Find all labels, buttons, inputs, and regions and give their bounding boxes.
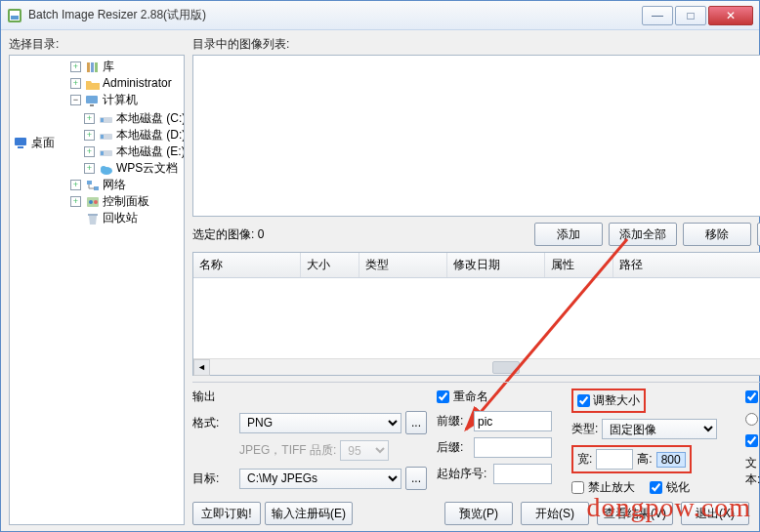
tree-drive-d[interactable]: +本地磁盘 (D:) [84,127,185,143]
svg-point-21 [89,200,93,204]
tree-recycle[interactable]: 回收站 [70,210,185,226]
scroll-thumb[interactable] [492,361,520,374]
target-label: 目标: [192,471,235,487]
col-size[interactable]: 大小 [301,253,359,277]
remove-button[interactable]: 移除 [683,223,751,246]
tree-computer[interactable]: −计算机 +本地磁盘 (C:) +本地磁盘 (D:) +本地磁盘 (E:) +W… [70,92,185,177]
width-label: 宽: [577,451,592,468]
target-select[interactable]: C:\My JPEGs [239,469,401,489]
add-button[interactable]: 添加 [534,223,603,246]
controlpanel-icon [85,195,101,209]
library-icon [85,61,101,74]
expand-icon[interactable]: + [84,146,95,157]
expand-icon[interactable]: + [70,78,81,89]
start-input[interactable] [493,464,552,484]
output-title: 输出 [192,389,427,405]
format-select[interactable]: PNG [239,413,401,433]
col-type[interactable]: 类型 [359,253,447,277]
height-label: 高: [637,451,652,468]
tree-desktop[interactable]: 桌面 +库 +Administrator −计算机 +本地磁盘 (C:) +本地… [14,59,182,226]
svg-rect-9 [90,104,94,106]
format-label: 格式: [192,415,235,431]
sharpen-label: 锐化 [666,479,690,496]
rename-label: 重命名 [453,389,488,405]
svg-point-22 [94,200,98,204]
selected-table[interactable]: 名称 大小 类型 修改日期 属性 路径 ◄ ► [192,252,760,376]
close-button[interactable]: ✕ [708,6,753,25]
target-browse-button[interactable]: ... [405,467,427,490]
expand-icon[interactable]: + [84,130,95,141]
prefix-label: 前缀: [437,413,470,430]
watermark-checkbox[interactable] [745,434,758,447]
svg-rect-8 [86,96,98,103]
add-all-button[interactable]: 添加全部 [609,223,677,246]
suffix-label: 后缀: [437,439,470,456]
expand-icon[interactable]: + [84,113,95,124]
tree-controlpanel[interactable]: +控制面板 [70,193,185,210]
titlebar: Batch Image Resizer 2.88(试用版) — □ ✕ [1,1,759,30]
size-highlight: 宽: 高: 800 [571,445,692,473]
image-list[interactable] [192,55,760,217]
tree-drive-c[interactable]: +本地磁盘 (C:) [84,110,185,127]
suffix-input[interactable] [474,437,552,458]
no-enlarge-checkbox[interactable] [571,481,584,494]
exit-button[interactable]: 退出(X) [681,502,749,525]
sharpen-checkbox[interactable] [650,481,662,494]
type-label: 类型: [571,421,598,437]
app-icon [7,8,22,23]
rotate-checkbox[interactable] [745,390,758,403]
expand-icon[interactable]: + [84,163,95,174]
prefix-input[interactable] [474,411,552,431]
image-list-label: 目录中的图像列表: [192,36,760,53]
resize-checkbox[interactable] [577,394,590,407]
type-select[interactable]: 固定图像 [602,419,717,439]
svg-rect-4 [18,146,23,148]
svg-rect-13 [101,135,104,139]
col-date[interactable]: 修改日期 [447,253,545,277]
svg-rect-6 [91,62,94,72]
tree-library[interactable]: +库 [70,59,185,75]
computer-icon [85,94,101,107]
tree-drive-e[interactable]: +本地磁盘 (E:) [84,143,185,160]
tree-admin[interactable]: +Administrator [70,75,185,92]
height-input[interactable]: 800 [656,452,686,468]
drive-icon [99,112,114,126]
no-enlarge-label: 禁止放大 [588,479,635,496]
drive-icon [99,129,114,143]
resize-label: 调整大小 [593,392,640,409]
horizontal-scrollbar[interactable]: ◄ ► [193,358,760,375]
tree-network[interactable]: +网络 [70,177,185,193]
col-name[interactable]: 名称 [193,253,301,277]
svg-rect-15 [101,151,104,155]
expand-icon[interactable]: + [70,180,81,190]
rename-checkbox[interactable] [437,390,449,403]
minimize-button[interactable]: — [642,6,673,25]
maximize-button[interactable]: □ [675,6,706,25]
svg-rect-7 [95,62,98,72]
rotate-m90-radio[interactable] [745,413,758,426]
svg-point-17 [101,166,106,172]
resize-highlight: 调整大小 [571,389,646,413]
wm-text-label: 文本: [745,455,760,488]
expand-icon[interactable]: + [70,196,81,207]
svg-rect-3 [15,138,26,145]
recycle-icon [85,212,101,225]
footer-actions: 预览(P) 开始(S) 查看结果(V) 退出(X) [189,502,749,525]
preview-button[interactable]: 预览(P) [444,502,513,525]
start-button[interactable]: 开始(S) [521,502,589,525]
result-button[interactable]: 查看结果(V) [597,502,673,525]
width-input[interactable] [596,449,633,470]
svg-rect-5 [87,62,90,72]
directory-tree[interactable]: 桌面 +库 +Administrator −计算机 +本地磁盘 (C:) +本地… [9,55,185,525]
window-title: Batch Image Resizer 2.88(试用版) [28,7,642,23]
collapse-icon[interactable]: − [70,95,81,105]
expand-icon[interactable]: + [70,61,81,72]
tree-wps[interactable]: +WPS云文档 [84,160,185,177]
col-path[interactable]: 路径 [613,253,760,277]
selected-label: 选定的图像: 0 [192,226,264,243]
format-more-button[interactable]: ... [405,411,427,434]
network-icon [85,179,101,192]
col-attr[interactable]: 属性 [545,253,613,277]
scroll-left-icon[interactable]: ◄ [193,359,210,376]
desktop-icon [14,136,29,149]
